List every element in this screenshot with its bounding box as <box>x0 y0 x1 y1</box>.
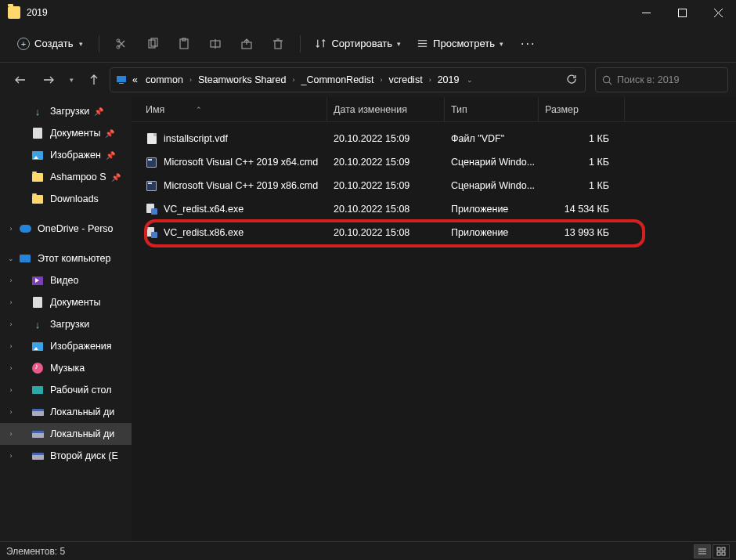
file-list: Имя⌃ Дата изменения Тип Размер installsc… <box>132 97 736 541</box>
document-icon <box>31 296 44 309</box>
cut-button[interactable] <box>107 30 135 58</box>
create-button[interactable]: + Создать ▾ <box>9 33 91 55</box>
chevron-right-icon[interactable]: › <box>5 342 17 350</box>
file-type: Файл "VDF" <box>445 133 539 144</box>
chevron-right-icon[interactable]: › <box>5 276 17 284</box>
chevron-right-icon[interactable]: › <box>5 320 17 328</box>
breadcrumb-overflow[interactable]: « <box>129 74 141 85</box>
sidebar-item-downloads-pc[interactable]: ›↓Загрузки <box>0 313 132 335</box>
address-dropdown[interactable]: ⌄ <box>467 76 473 84</box>
sidebar-item-desktop[interactable]: ›Рабочий стол <box>0 379 132 401</box>
maximize-button[interactable] <box>664 0 700 25</box>
drive-icon <box>31 406 44 418</box>
sidebar-item-second-disk[interactable]: ›Второй диск (E <box>0 445 132 467</box>
picture-icon <box>31 149 44 161</box>
navbar: ▾ « common› Steamworks Shared› _CommonRe… <box>0 63 736 97</box>
sidebar-item-local-disk-selected[interactable]: ›Локальный ди <box>0 423 132 445</box>
up-button[interactable] <box>81 67 106 92</box>
paste-button[interactable] <box>170 30 198 58</box>
sidebar-item-downloads-folder[interactable]: Downloads <box>0 188 132 210</box>
more-button[interactable]: ··· <box>513 32 543 56</box>
copy-button[interactable] <box>139 30 167 58</box>
sort-icon <box>315 38 327 49</box>
sidebar-item-ashampoo[interactable]: Ashampoo S📌 <box>0 166 132 188</box>
breadcrumb-segment[interactable]: 2019 <box>435 74 463 85</box>
chevron-right-icon[interactable]: › <box>5 452 17 460</box>
rename-button[interactable] <box>201 30 229 58</box>
file-size: 13 993 КБ <box>539 227 625 238</box>
chevron-down-icon: ▾ <box>397 40 401 48</box>
share-button[interactable] <box>233 30 261 58</box>
svg-rect-1 <box>678 9 686 16</box>
chevron-right-icon[interactable]: › <box>188 76 193 84</box>
forward-button[interactable] <box>36 67 61 92</box>
sidebar-item-documents[interactable]: Документы📌 <box>0 122 132 144</box>
close-button[interactable] <box>700 0 736 25</box>
file-type: Сценарий Windo... <box>445 157 539 168</box>
minimize-button[interactable] <box>628 0 664 25</box>
sidebar-item-music[interactable]: ›Музыка <box>0 357 132 379</box>
titlebar: 2019 <box>0 0 736 25</box>
column-name[interactable]: Имя⌃ <box>132 97 327 121</box>
breadcrumb-segment[interactable]: common <box>143 74 186 85</box>
chevron-right-icon[interactable]: › <box>5 408 17 416</box>
window-title: 2019 <box>27 7 48 18</box>
chevron-down-icon[interactable]: ⌄ <box>5 255 17 262</box>
file-row[interactable]: installscript.vdf 20.10.2022 15:09 Файл … <box>132 127 736 150</box>
file-name: VC_redist.x86.exe <box>164 227 244 238</box>
divider <box>99 35 99 52</box>
drive-icon <box>31 450 44 462</box>
sort-button[interactable]: Сортировать ▾ <box>308 33 407 54</box>
sidebar-label: Видео <box>50 275 79 286</box>
sidebar-item-videos[interactable]: ›Видео <box>0 269 132 291</box>
details-view-button[interactable] <box>694 544 711 558</box>
breadcrumb-segment[interactable]: Steamworks Shared <box>195 74 290 85</box>
file-row[interactable]: Microsoft Visual C++ 2019 x86.cmd 20.10.… <box>132 174 736 197</box>
column-date[interactable]: Дата изменения <box>327 97 445 121</box>
file-row[interactable]: VC_redist.x86.exe 20.10.2022 15:08 Прило… <box>132 221 736 244</box>
chevron-right-icon[interactable]: › <box>5 386 17 394</box>
file-row[interactable]: Microsoft Visual C++ 2019 x64.cmd 20.10.… <box>132 150 736 174</box>
sidebar-item-local-disk[interactable]: ›Локальный ди <box>0 401 132 423</box>
chevron-right-icon[interactable]: › <box>428 76 433 84</box>
sidebar-item-pictures[interactable]: Изображен📌 <box>0 144 132 166</box>
sidebar-item-downloads[interactable]: ↓Загрузки📌 <box>0 100 132 122</box>
pin-icon: 📌 <box>94 107 103 116</box>
sidebar-label: Документы <box>50 297 100 308</box>
file-name: installscript.vdf <box>164 133 228 144</box>
chevron-right-icon[interactable]: › <box>5 225 17 233</box>
column-type[interactable]: Тип <box>445 97 539 121</box>
chevron-right-icon[interactable]: › <box>5 430 17 438</box>
address-bar[interactable]: « common› Steamworks Shared› _CommonRedi… <box>110 67 586 92</box>
chevron-right-icon[interactable]: › <box>379 76 384 84</box>
svg-point-21 <box>603 76 609 82</box>
refresh-button[interactable] <box>563 74 580 87</box>
cmd-icon <box>146 157 157 168</box>
breadcrumb-segment[interactable]: vcredist <box>386 74 426 85</box>
sidebar-item-this-pc[interactable]: ⌄Этот компьютер <box>0 247 132 269</box>
icons-view-button[interactable] <box>713 544 730 558</box>
view-button[interactable]: Просмотреть ▾ <box>410 33 510 54</box>
sidebar-label: Рабочий стол <box>50 385 111 396</box>
delete-button[interactable] <box>264 30 292 58</box>
column-size[interactable]: Размер <box>539 97 625 121</box>
sidebar-item-onedrive[interactable]: ›OneDrive - Perso <box>0 218 132 240</box>
sidebar-item-documents-pc[interactable]: ›Документы <box>0 291 132 313</box>
sidebar-item-pictures-pc[interactable]: ›Изображения <box>0 335 132 357</box>
chevron-right-icon[interactable]: › <box>5 364 17 372</box>
breadcrumb-segment[interactable]: _CommonRedist <box>298 74 377 85</box>
search-input[interactable]: Поиск в: 2019 <box>595 67 728 92</box>
back-button[interactable] <box>8 67 33 92</box>
file-size: 14 534 КБ <box>539 204 625 215</box>
desktop-icon <box>31 384 44 396</box>
chevron-right-icon[interactable]: › <box>5 298 17 306</box>
file-row[interactable]: VC_redist.x64.exe 20.10.2022 15:08 Прило… <box>132 197 736 221</box>
chevron-right-icon[interactable]: › <box>290 76 296 84</box>
file-date: 20.10.2022 15:08 <box>327 204 445 215</box>
file-size: 1 КБ <box>539 180 625 191</box>
recent-button[interactable]: ▾ <box>64 67 78 92</box>
sidebar-label: Локальный ди <box>50 428 114 439</box>
download-icon: ↓ <box>31 318 44 331</box>
file-date: 20.10.2022 15:08 <box>327 227 445 238</box>
exe-icon <box>146 227 157 239</box>
